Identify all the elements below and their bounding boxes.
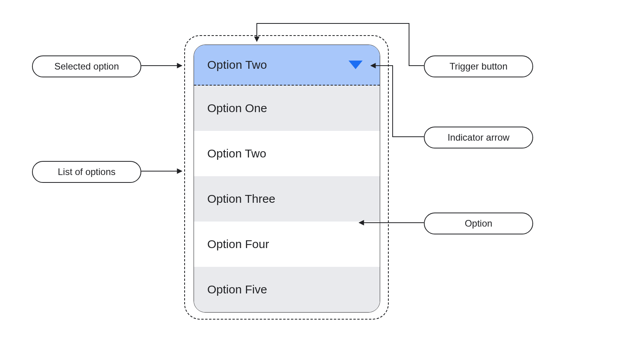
annotation-label: Option (465, 218, 493, 229)
dropdown-option-label: Option Two (207, 147, 266, 160)
dropdown-option[interactable]: Option One (194, 86, 380, 131)
dropdown-options-list: Option One Option Two Option Three Optio… (194, 86, 380, 312)
chevron-down-icon (349, 61, 363, 69)
annotation-label: Indicator arrow (448, 132, 510, 143)
annotation-label: Trigger button (450, 61, 508, 71)
annotation-label: List of options (58, 166, 116, 177)
svg-marker-0 (349, 61, 363, 69)
dropdown-option-label: Option One (207, 102, 267, 115)
annotation-label: Selected option (54, 61, 119, 71)
annotation-indicator-arrow: Indicator arrow (424, 127, 533, 148)
dropdown-option[interactable]: Option Five (194, 267, 380, 312)
dropdown-option-label: Option Five (207, 283, 267, 296)
dropdown-selected-label: Option Two (207, 58, 267, 71)
dropdown-option[interactable]: Option Two (194, 131, 380, 176)
dropdown-option-label: Option Three (207, 192, 276, 206)
annotation-list-of-options: List of options (32, 161, 141, 183)
dropdown-trigger[interactable]: Option Two (194, 45, 380, 86)
dropdown-option[interactable]: Option Four (194, 222, 380, 267)
dropdown-anatomy-outline: Option Two Option One Option Two Option … (184, 35, 389, 320)
dropdown-option[interactable]: Option Three (194, 176, 380, 222)
annotation-trigger-button: Trigger button (424, 55, 533, 77)
dropdown-option-label: Option Four (207, 238, 269, 251)
annotation-selected-option: Selected option (32, 55, 141, 77)
dropdown: Option Two Option One Option Two Option … (194, 45, 380, 313)
annotation-option: Option (424, 213, 533, 234)
